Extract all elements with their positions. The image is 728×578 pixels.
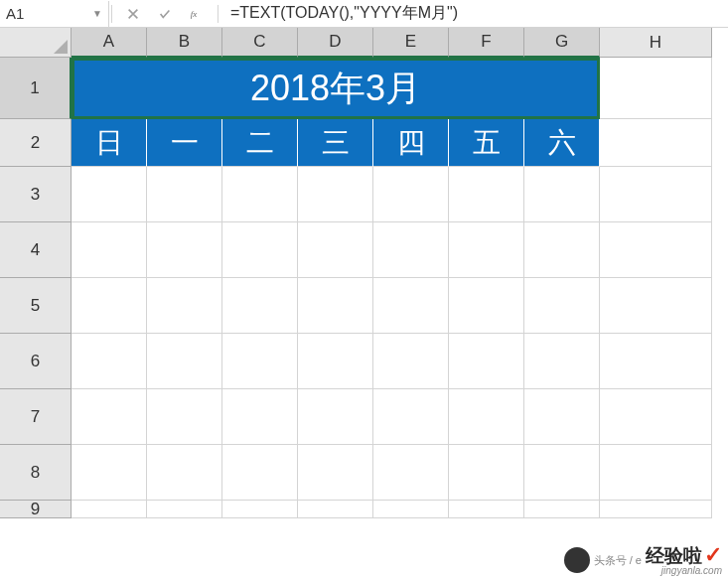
name-box[interactable]: A1 ▼ (0, 1, 109, 27)
fx-icon[interactable]: fx (182, 2, 212, 26)
title-merged-cell[interactable]: 2018年3月 (72, 58, 600, 119)
cell[interactable] (600, 334, 712, 389)
cell[interactable] (147, 389, 222, 445)
enter-icon[interactable] (150, 2, 180, 26)
cell[interactable] (298, 167, 373, 222)
cell[interactable] (72, 501, 147, 518)
cell[interactable] (72, 167, 147, 222)
cell[interactable] (147, 501, 222, 518)
cell[interactable] (600, 222, 712, 278)
cell[interactable] (147, 222, 222, 278)
cell[interactable] (72, 278, 147, 334)
cell[interactable] (298, 389, 373, 445)
day-header-cell[interactable]: 六 (524, 119, 600, 167)
column-header[interactable]: D (298, 28, 373, 58)
cell[interactable] (524, 445, 600, 501)
day-header-cell[interactable]: 三 (298, 119, 373, 167)
cell[interactable] (373, 445, 449, 501)
select-all-corner[interactable] (0, 28, 72, 58)
column-header[interactable]: E (373, 28, 449, 58)
row-header[interactable]: 4 (0, 222, 72, 278)
cell[interactable] (147, 334, 222, 389)
name-box-dropdown-icon[interactable]: ▼ (92, 8, 102, 19)
day-header-cell[interactable]: 一 (147, 119, 222, 167)
cell-reference: A1 (6, 5, 24, 22)
row-header[interactable]: 7 (0, 389, 72, 445)
cell[interactable] (600, 501, 712, 518)
cell[interactable] (600, 445, 712, 501)
cancel-icon[interactable] (118, 2, 148, 26)
cell[interactable] (298, 222, 373, 278)
table-row: 3 (0, 167, 728, 222)
row-header[interactable]: 9 (0, 501, 72, 518)
column-header[interactable]: H (600, 28, 712, 58)
row-header[interactable]: 2 (0, 119, 72, 167)
cell[interactable] (600, 389, 712, 445)
cell[interactable] (373, 334, 449, 389)
cell[interactable] (449, 278, 524, 334)
cell[interactable] (600, 278, 712, 334)
divider (111, 5, 112, 23)
cell[interactable] (524, 389, 600, 445)
cell[interactable] (147, 278, 222, 334)
cell[interactable] (147, 167, 222, 222)
cell[interactable] (449, 167, 524, 222)
cell[interactable] (373, 501, 449, 518)
cell[interactable] (449, 501, 524, 518)
day-header-cell[interactable]: 五 (449, 119, 524, 167)
cell[interactable] (449, 445, 524, 501)
row-header[interactable]: 6 (0, 334, 72, 389)
column-header[interactable]: B (147, 28, 222, 58)
cell[interactable] (298, 445, 373, 501)
cell[interactable] (449, 389, 524, 445)
cell[interactable] (524, 278, 600, 334)
cell[interactable] (524, 334, 600, 389)
formula-input[interactable]: =TEXT(TODAY(),"YYYY年M月") (220, 3, 728, 24)
cell[interactable] (222, 389, 298, 445)
cell[interactable] (222, 334, 298, 389)
cell[interactable] (524, 501, 600, 518)
cell[interactable] (72, 222, 147, 278)
cell[interactable] (524, 222, 600, 278)
cell[interactable] (298, 501, 373, 518)
cell[interactable] (298, 334, 373, 389)
cell[interactable] (373, 389, 449, 445)
column-header[interactable]: G (524, 28, 600, 58)
cell[interactable] (72, 389, 147, 445)
day-header-cell[interactable]: 四 (373, 119, 449, 167)
table-row: 1 2018年3月 (0, 58, 728, 119)
cell[interactable] (222, 222, 298, 278)
cell[interactable] (600, 167, 712, 222)
cell[interactable] (147, 445, 222, 501)
cell[interactable] (222, 167, 298, 222)
cell[interactable] (298, 278, 373, 334)
cell[interactable] (222, 278, 298, 334)
cell[interactable] (72, 334, 147, 389)
cell[interactable] (222, 501, 298, 518)
cell[interactable] (449, 334, 524, 389)
row-header[interactable]: 5 (0, 278, 72, 334)
day-header-cell[interactable]: 二 (222, 119, 298, 167)
table-row: 4 (0, 222, 728, 278)
cell[interactable] (373, 167, 449, 222)
cell[interactable] (373, 222, 449, 278)
row-header[interactable]: 3 (0, 167, 72, 222)
table-row: 8 (0, 445, 728, 501)
day-header-cell[interactable]: 日 (72, 119, 147, 167)
cell[interactable] (600, 58, 712, 119)
cell[interactable] (524, 167, 600, 222)
column-header[interactable]: A (72, 28, 147, 58)
formula-bar-icons: fx (114, 2, 216, 26)
cell[interactable] (373, 278, 449, 334)
table-row: 2 日 一 二 三 四 五 六 (0, 119, 728, 167)
cell[interactable] (72, 445, 147, 501)
cell[interactable] (222, 445, 298, 501)
column-header[interactable]: C (222, 28, 298, 58)
row-header[interactable]: 1 (0, 58, 72, 119)
cell[interactable] (600, 119, 712, 167)
grid-body: 1 2018年3月 2 日 一 二 三 四 五 六 3 4 (0, 58, 728, 518)
row-header[interactable]: 8 (0, 445, 72, 501)
column-header[interactable]: F (449, 28, 524, 58)
table-row: 7 (0, 389, 728, 445)
cell[interactable] (449, 222, 524, 278)
